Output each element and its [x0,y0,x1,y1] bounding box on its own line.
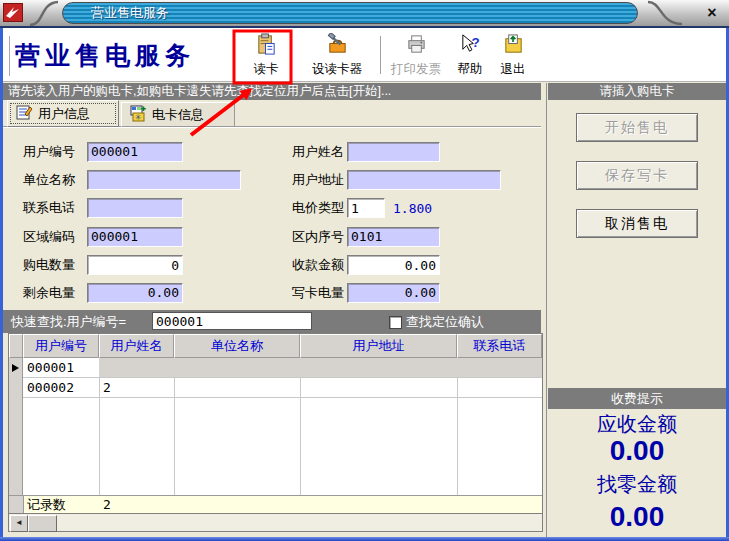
card-info-icon: ✳ [130,105,147,125]
user-grid: 用户编号 用户姓名 单位名称 用户地址 联系电话 000001 000002 2… [8,333,543,532]
grid-col-phone[interactable]: 联系电话 [457,334,542,358]
card-reader-setup-button[interactable]: 设读卡器 [297,31,377,79]
close-button[interactable]: × [700,2,724,23]
record-count-value: 2 [103,496,111,513]
locate-confirm-checkbox[interactable] [389,316,402,329]
window-title: 营业售电服务 [91,3,169,23]
write-qty-label: 写卡电量 [292,283,344,303]
panel-divider [546,83,547,538]
quick-search-label: 快速查找:用户编号= [11,310,126,333]
toolbar: 营业售电服务 读卡 [3,28,726,82]
change-value: 0.00 [548,501,726,533]
card-reader-setup-icon [326,33,349,60]
svg-text:?: ? [471,35,479,50]
grid-col-user-id[interactable]: 用户编号 [23,334,99,358]
pay-amount-field[interactable] [347,255,440,275]
seq-no-field: 0101 [347,227,440,247]
write-qty-field: 0.00 [347,283,440,303]
exit-icon [502,33,525,60]
grid-footer: 记录数 2 [9,495,542,513]
tab-card-info[interactable]: ✳ 电卡信息 [121,102,235,127]
price-type-field[interactable] [347,198,385,218]
current-row-marker [12,364,19,372]
pay-amount-label: 收款金额 [292,255,344,275]
insert-card-hint: 请插入购电卡 [548,83,726,100]
scroll-left-button[interactable]: ◄ [10,515,28,532]
user-id-field: 000001 [87,142,183,162]
app-title: 营业售电服务 [15,39,195,72]
record-count-label: 记录数 [27,496,66,513]
grid-hscrollbar[interactable]: ◄ [9,513,542,531]
grid-col-user-addr[interactable]: 用户地址 [300,334,457,358]
exit-button[interactable]: 退出 [493,31,533,79]
tab-user-info[interactable]: 用户信息 [7,100,119,127]
remain-qty-label: 剩余电量 [23,283,75,303]
read-card-icon [255,33,278,60]
help-label: 帮助 [458,61,483,78]
grid-col-org-name[interactable]: 单位名称 [174,334,300,358]
seq-no-label: 区内序号 [292,227,344,247]
exit-label: 退出 [501,61,526,78]
phone-field [87,198,183,218]
user-info-icon [16,104,33,124]
print-invoice-icon [405,33,428,60]
grid-selector-column [9,358,23,513]
region-code-label: 区域编码 [23,227,75,247]
print-invoice-label: 打印发票 [391,61,441,78]
org-name-label: 单位名称 [23,170,75,190]
fee-hint-header: 收费提示 [548,388,726,409]
save-write-card-button: 保存写卡 [576,161,698,190]
grid-selector-header [9,334,23,358]
tab-card-info-label: 电卡信息 [152,106,204,124]
card-reader-setup-label: 设读卡器 [312,61,362,78]
user-info-form: 用户编号 000001 用户姓名 单位名称 用户地址 联系电话 电价类型 1.8… [3,128,541,310]
purchase-qty-field[interactable] [87,255,183,275]
help-icon: ? [459,33,482,60]
read-card-button[interactable]: 读卡 [242,31,290,79]
window-border-bottom [0,537,729,541]
tab-user-info-label: 用户信息 [38,105,90,123]
region-code-field: 000001 [87,227,183,247]
change-label: 找零金额 [548,471,726,498]
toolbar-gripper[interactable] [5,36,10,76]
receivable-label: 应收金额 [548,411,726,438]
user-name-label: 用户姓名 [292,142,344,162]
print-invoice-button: 打印发票 [386,31,446,79]
svg-text:✳: ✳ [135,113,142,122]
toolbar-separator [380,36,384,74]
phone-label: 联系电话 [23,198,75,218]
sell-panel: 请插入购电卡 开始售电 保存写卡 取消售电 收费提示 应收金额 0.00 找零金… [548,83,726,538]
user-id-label: 用户编号 [23,142,75,162]
purchase-qty-label: 购电数量 [23,255,75,275]
user-addr-label: 用户地址 [292,170,344,190]
read-card-label: 读卡 [254,61,279,78]
locate-confirm-label: 查找定位确认 [406,310,484,333]
user-addr-field [347,170,501,190]
window-border-left [0,28,3,541]
remain-qty-field: 0.00 [87,283,183,303]
message-text: 请先读入用户的购电卡,如购电卡遗失请先查找定位用户后点击[开始]... [8,84,391,98]
message-bar: 请先读入用户的购电卡,如购电卡遗失请先查找定位用户后点击[开始]... [3,83,541,100]
grid-col-user-name[interactable]: 用户姓名 [99,334,174,358]
titlebar-pill: 营业售电服务 [62,2,638,24]
start-sell-button: 开始售电 [576,113,698,142]
table-row[interactable]: 000001 [23,358,542,378]
scroll-thumb[interactable] [28,515,57,532]
quick-search-input[interactable] [152,312,312,330]
quick-search-bar: 快速查找:用户编号= 查找定位确认 [3,310,541,333]
cancel-sell-button[interactable]: 取消售电 [576,209,698,238]
help-button[interactable]: ? 帮助 [450,31,490,79]
price-rate-value: 1.800 [393,201,432,216]
table-row[interactable]: 000002 2 [23,378,542,398]
org-name-field [87,170,241,190]
user-name-field [347,142,440,162]
receivable-value: 0.00 [548,435,726,467]
price-type-label: 电价类型 [292,198,344,218]
titlebar: 营业售电服务 × [0,0,729,28]
app-window: 营业售电服务 × 营业售电服务 读卡 [0,0,729,541]
